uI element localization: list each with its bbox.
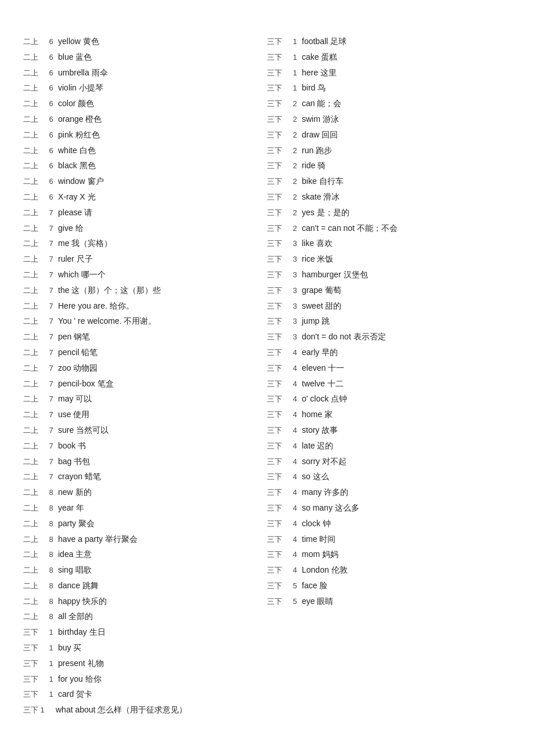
unit-label: 8 <box>44 596 58 608</box>
list-item: 二上 7 which 哪一个 <box>23 268 267 281</box>
word-text: clock 钟 <box>302 517 331 530</box>
unit-label: 4 <box>288 471 302 483</box>
unit-label: 4 <box>288 549 302 561</box>
grade-label: 三下 <box>267 114 288 126</box>
grade-label: 三下 <box>267 502 288 515</box>
unit-label: 7 <box>44 207 58 219</box>
list-item: 二上 7 please 请 <box>23 206 267 219</box>
grade-label: 二上 <box>23 611 44 623</box>
unit-label: 3 <box>288 285 302 297</box>
list-item: 三下 4 time 时间 <box>267 533 511 546</box>
word-text: You ' re welcome. 不用谢。 <box>58 314 156 327</box>
grade-label: 三下 <box>267 596 288 608</box>
unit-label: 6 <box>44 98 58 110</box>
word-text: draw 回回 <box>302 128 338 141</box>
list-item: 三下 4 home 家 <box>267 408 511 421</box>
word-text: face 脸 <box>302 579 327 592</box>
word-text: time 时间 <box>302 533 335 545</box>
grade-label: 二上 <box>23 129 44 142</box>
unit-label: 3 <box>288 316 302 328</box>
word-text: early 早的 <box>302 346 338 359</box>
word-text: hamburger 汉堡包 <box>302 268 368 281</box>
list-item: 二上 7 crayon 蜡笔 <box>23 470 267 483</box>
unit-label: 4 <box>288 378 302 390</box>
unit-label: 3 <box>288 331 302 343</box>
left-column: 二上 6 yellow 黄色 二上 6 blue 蓝色 二上 6 umbrell… <box>23 35 267 719</box>
grade-label: 三下 <box>267 129 288 142</box>
list-item: 二上 7 pencil 铅笔 <box>23 346 267 359</box>
word-text: bike 自行车 <box>302 175 344 187</box>
grade-label: 二上 <box>23 580 44 592</box>
word-text: bird 鸟 <box>302 81 326 94</box>
main-content: 二上 6 yellow 黄色 二上 6 blue 蓝色 二上 6 umbrell… <box>23 35 511 719</box>
list-item: 三下 2 can't = can not 不能；不会 <box>267 222 511 235</box>
word-text: late 迟的 <box>302 439 333 452</box>
list-item: 二上 6 violin 小提琴 <box>23 81 267 95</box>
grade-label: 二上 <box>23 347 44 359</box>
word-text: please 请 <box>58 206 92 219</box>
unit-label: 2 <box>288 223 302 235</box>
unit-label: 7 <box>44 440 58 453</box>
list-item: 三下 4 mom 妈妈 <box>267 548 511 561</box>
grade-label: 二上 <box>23 207 44 219</box>
unit-label: 6 <box>44 36 58 48</box>
list-item: 二上 8 dance 跳舞 <box>23 579 267 592</box>
unit-label: 7 <box>44 285 58 297</box>
grade-label: 三下 <box>267 160 288 172</box>
unit-label: 8 <box>44 549 58 561</box>
grade-label: 三下 <box>267 393 288 406</box>
unit-label: 8 <box>44 611 58 623</box>
word-text: can't = can not 不能；不会 <box>302 222 398 234</box>
word-text: mom 妈妈 <box>302 548 338 560</box>
grade-label: 三下 <box>267 487 288 499</box>
grade-label: 三下 <box>267 36 288 48</box>
list-item: 二上 7 may 可以 <box>23 392 267 406</box>
grade-label: 三下 <box>23 689 44 701</box>
list-item: 三下 4 many 许多的 <box>267 486 511 499</box>
grade-label: 二上 <box>23 316 44 328</box>
grade-label: 二上 <box>23 98 44 110</box>
word-text: party 聚会 <box>58 517 95 530</box>
unit-label: 1 <box>44 627 58 639</box>
grade-label: 三下 <box>267 518 288 530</box>
list-item: 二上 8 year 年 <box>23 501 267 515</box>
list-item: 三下 2 draw 回回 <box>267 128 511 142</box>
word-text: so many 这么多 <box>302 501 359 514</box>
grade-label: 三下 <box>267 363 288 375</box>
grade-label: 三下 <box>267 456 288 468</box>
unit-label: 2 <box>288 129 302 142</box>
list-item: 二上 6 pink 粉红色 <box>23 128 267 142</box>
grade-label: 三下 <box>267 301 288 313</box>
word-text: skate 滑冰 <box>302 190 340 203</box>
unit-label: 4 <box>288 534 302 546</box>
word-text: present 礼物 <box>58 657 104 670</box>
word-text: blue 蓝色 <box>58 50 92 63</box>
list-item: 二上 6 white 白色 <box>23 144 267 157</box>
list-item: 三下 3 jump 跳 <box>267 314 511 328</box>
grade-label: 二上 <box>23 176 44 188</box>
grade-label: 二上 <box>23 549 44 561</box>
unit-label: 7 <box>44 471 58 483</box>
list-item: 三下 1 birthday 生日 <box>23 625 267 639</box>
word-text: yellow 黄色 <box>58 35 99 48</box>
list-item: 二上 8 have a party 举行聚会 <box>23 533 267 546</box>
word-text: twelve 十二 <box>302 377 344 390</box>
grade-label: 三下 <box>267 98 288 110</box>
unit-label: 3 <box>288 254 302 266</box>
word-text: crayon 蜡笔 <box>58 470 101 483</box>
unit-label: 2 <box>288 114 302 126</box>
grade-label: 三下 <box>267 207 288 219</box>
list-item: 三下 1 here 这里 <box>267 66 511 79</box>
list-item: 二上 7 book 书 <box>23 439 267 453</box>
word-text: eleven 十一 <box>302 361 344 374</box>
list-item: 三下 3 don't = do not 表示否定 <box>267 330 511 343</box>
unit-label: 4 <box>288 518 302 530</box>
word-text: what about 怎么样（用于征求意见） <box>56 703 187 716</box>
grade-label: 二上 <box>23 52 44 64</box>
unit-label: 7 <box>44 254 58 266</box>
unit-label: 7 <box>44 456 58 468</box>
list-item: 三下 4 London 伦敦 <box>267 563 511 577</box>
word-text: ride 骑 <box>302 159 326 172</box>
word-text: pen 钢笔 <box>58 330 90 343</box>
grade-label: 三下 <box>267 425 288 437</box>
